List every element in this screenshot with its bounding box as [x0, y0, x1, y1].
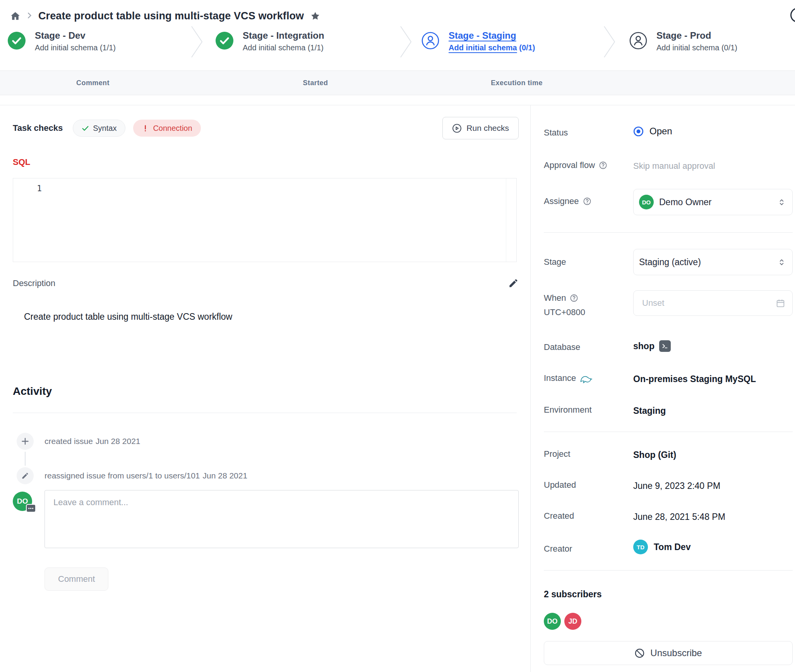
mysql-dolphin-icon: [580, 373, 594, 383]
help-icon[interactable]: [583, 197, 591, 206]
user-circle-icon: [629, 32, 647, 51]
stage-task: Add initial schema (1/1): [35, 44, 116, 51]
when-datetime-input[interactable]: Unset: [633, 290, 793, 316]
activity-event-text: reassigned issue from users/1 to users/1…: [45, 471, 247, 480]
assignee-avatar: DO: [639, 195, 654, 209]
unsubscribe-button[interactable]: Unsubscribe: [544, 641, 793, 665]
project-value[interactable]: Shop (Git): [633, 450, 676, 460]
stage-separator-icon: [603, 26, 616, 58]
description-text: Create product table using multi-stage V…: [24, 312, 232, 322]
divider: [544, 570, 793, 571]
user-circle-icon: [421, 32, 439, 51]
creator-value[interactable]: TD Tom Dev: [633, 540, 690, 554]
environment-value: Staging: [633, 406, 666, 416]
edit-description-button[interactable]: [508, 278, 519, 288]
database-value[interactable]: shop: [633, 340, 671, 352]
stage-title: Stage - Dev: [35, 31, 116, 40]
divider: [544, 432, 793, 432]
description-label: Description: [13, 278, 55, 288]
subscriber-avatar[interactable]: DO: [544, 613, 561, 630]
column-header-started: Started: [303, 71, 328, 95]
activity-heading: Activity: [13, 385, 52, 398]
stage-task: Add initial schema (1/1): [243, 44, 324, 51]
instance-label: Instance: [544, 373, 594, 383]
chevron-updown-icon: [777, 198, 786, 207]
check-badge-syntax[interactable]: Syntax: [73, 120, 125, 137]
issue-detail-page: Create product table using multi-stage V…: [0, 0, 795, 672]
divider: [13, 413, 517, 413]
stage-separator-icon: [399, 26, 413, 58]
column-header-execution-time: Execution time: [491, 71, 543, 95]
creator-avatar: TD: [633, 540, 648, 554]
pencil-icon: [17, 467, 34, 484]
activity-event: created issueJun 28 2021: [17, 433, 140, 450]
updated-label: Updated: [544, 480, 576, 490]
comment-input[interactable]: [45, 490, 519, 548]
page-title: Create product table using multi-stage V…: [38, 10, 304, 22]
comment-button[interactable]: Comment: [45, 567, 108, 591]
approval-flow-label: Approval flow: [544, 160, 607, 170]
task-checks-row: Task checks Syntax Connection Run checks: [13, 117, 519, 139]
pencil-icon: [508, 278, 519, 288]
assignee-label: Assignee: [544, 196, 591, 206]
stage-title: Stage - Prod: [656, 31, 737, 40]
environment-label: Environment: [544, 405, 592, 415]
help-icon[interactable]: [599, 161, 607, 170]
subscriber-avatar[interactable]: JD: [564, 613, 581, 630]
task-checks-label: Task checks: [13, 123, 63, 133]
plus-icon: [17, 433, 34, 450]
status-label: Status: [544, 128, 568, 138]
help-icon[interactable]: [570, 294, 578, 302]
timeline-connector: [25, 452, 26, 466]
stage-title-active-link[interactable]: Stage - Staging: [449, 31, 535, 40]
database-label: Database: [544, 342, 580, 352]
task-table-header: Comment Started Execution time: [0, 70, 795, 95]
comment-bubble-icon: •••: [26, 504, 36, 513]
slash-circle-icon: [634, 648, 645, 658]
run-checks-button[interactable]: Run checks: [442, 117, 519, 139]
assignee-select[interactable]: DO Demo Owner: [633, 189, 793, 215]
sql-code-editor[interactable]: 1: [13, 178, 517, 262]
pipeline-stage-staging[interactable]: Stage - Staging Add initial schema (0/1): [421, 31, 535, 51]
stage-separator-icon: [190, 26, 204, 58]
check-circle-icon: [8, 32, 26, 51]
calendar-icon: [776, 298, 785, 308]
play-circle-icon: [452, 123, 462, 133]
updated-value: June 9, 2023 2:40 PM: [633, 481, 720, 491]
approval-flow-value: Skip manual approval: [633, 161, 715, 171]
editor-minimap-divider: [506, 178, 506, 262]
status-value[interactable]: Open: [633, 126, 672, 137]
current-user-avatar: DO •••: [13, 492, 32, 511]
stage-task: Add initial schema (0/1): [656, 44, 737, 51]
activity-event: reassigned issue from users/1 to users/1…: [17, 467, 247, 484]
stage-label: Stage: [544, 257, 566, 267]
created-value: June 28, 2021 5:48 PM: [633, 512, 725, 522]
breadcrumb: Create product table using multi-stage V…: [10, 10, 320, 22]
pipeline-stage-prod[interactable]: Stage - Prod Add initial schema (0/1): [629, 31, 737, 51]
stage-select[interactable]: Staging (active): [633, 249, 793, 275]
column-header-comment: Comment: [76, 71, 110, 95]
help-circle-icon[interactable]: [790, 8, 795, 22]
pipeline-stage-integration[interactable]: Stage - Integration Add initial schema (…: [216, 31, 324, 51]
home-icon[interactable]: [10, 11, 21, 21]
instance-value[interactable]: On-premises Staging MySQL: [633, 374, 756, 384]
activity-event-text: created issueJun 28 2021: [45, 437, 140, 446]
check-circle-icon: [216, 32, 233, 51]
when-timezone: UTC+0800: [544, 307, 585, 317]
exclamation-icon: [142, 125, 149, 132]
stage-task-active-link[interactable]: Add initial schema (0/1): [449, 44, 535, 51]
pipeline-stage-dev[interactable]: Stage - Dev Add initial schema (1/1): [8, 31, 116, 51]
creator-label: Creator: [544, 544, 572, 554]
line-number: 1: [13, 184, 42, 193]
divider: [544, 232, 793, 233]
project-label: Project: [544, 449, 570, 459]
subscribers-avatars: DO JD: [544, 613, 581, 630]
radio-open-icon: [633, 126, 644, 137]
star-icon[interactable]: [310, 11, 320, 21]
check-badge-connection[interactable]: Connection: [133, 120, 200, 137]
breadcrumb-chevron-icon: [27, 12, 32, 20]
divider: [0, 105, 795, 105]
when-label: When: [544, 293, 578, 303]
subscribers-heading: 2 subscribers: [544, 589, 602, 600]
terminal-icon[interactable]: [659, 340, 671, 352]
